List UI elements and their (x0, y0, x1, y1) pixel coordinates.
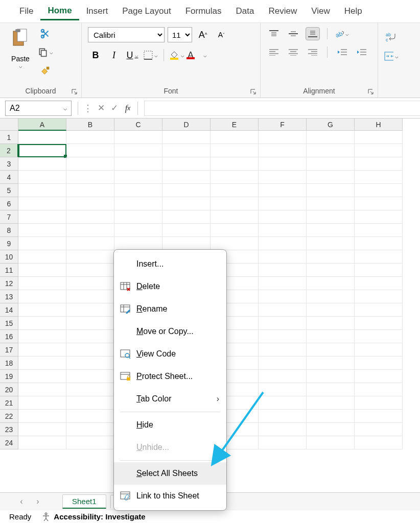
formula-input[interactable] (144, 101, 420, 116)
italic-button[interactable]: I (106, 47, 122, 63)
menu-insert[interactable]: Insert (79, 3, 115, 19)
cell-H6[interactable] (355, 197, 403, 210)
menu-formulas[interactable]: Formulas (178, 3, 229, 19)
cell-H21[interactable] (355, 396, 403, 410)
cell-H3[interactable] (355, 157, 403, 171)
merge-center-button[interactable] (384, 50, 399, 63)
align-center-button[interactable] (286, 45, 300, 59)
menu-page-layout[interactable]: Page Layout (115, 3, 178, 19)
cell-G2[interactable] (307, 144, 355, 157)
cell-G20[interactable] (307, 383, 355, 396)
cell-G10[interactable] (307, 250, 355, 264)
cell-H4[interactable] (355, 171, 403, 184)
format-painter-button[interactable] (38, 64, 53, 77)
name-box[interactable]: A2 ⌵ (5, 101, 72, 116)
borders-button[interactable] (143, 47, 158, 63)
cell-G6[interactable] (307, 197, 355, 210)
cell-D6[interactable] (162, 197, 211, 210)
row-header-20[interactable]: 20 (0, 383, 18, 396)
status-accessibility[interactable]: Accessibility: Investigate (41, 512, 145, 521)
row-header-9[interactable]: 9 (0, 237, 18, 250)
cell-A2[interactable] (18, 144, 66, 157)
ctx-delete[interactable]: Delete (114, 275, 226, 298)
cell-F2[interactable] (259, 144, 307, 157)
cell-G15[interactable] (307, 317, 355, 330)
col-header-E[interactable]: E (211, 118, 259, 131)
cell-B23[interactable] (66, 423, 114, 436)
cell-A20[interactable] (18, 383, 66, 396)
cell-H18[interactable] (355, 356, 403, 370)
cell-A16[interactable] (18, 330, 66, 343)
cell-F22[interactable] (259, 410, 307, 423)
cell-F19[interactable] (259, 370, 307, 383)
menu-file[interactable]: File (12, 3, 40, 19)
cell-G4[interactable] (307, 171, 355, 184)
cell-A4[interactable] (18, 171, 66, 184)
cell-H23[interactable] (355, 423, 403, 436)
cell-B14[interactable] (66, 303, 114, 317)
ctx-rename[interactable]: Rename (114, 298, 226, 320)
cell-A13[interactable] (18, 290, 66, 303)
cell-H22[interactable] (355, 410, 403, 423)
row-header-10[interactable]: 10 (0, 250, 18, 264)
cell-A9[interactable] (18, 237, 66, 250)
cell-H10[interactable] (355, 250, 403, 264)
cell-A6[interactable] (18, 197, 66, 210)
cell-H16[interactable] (355, 330, 403, 343)
cell-G3[interactable] (307, 157, 355, 171)
cell-H8[interactable] (355, 224, 403, 237)
ctx-link-to-sheet[interactable]: Link to this Sheet (114, 485, 226, 507)
row-header-12[interactable]: 12 (0, 277, 18, 290)
ctx-insert[interactable]: Insert... (114, 253, 226, 275)
font-name-select[interactable]: Calibri (88, 27, 165, 42)
cell-F20[interactable] (259, 383, 307, 396)
cell-G23[interactable] (307, 423, 355, 436)
cell-B13[interactable] (66, 290, 114, 303)
col-header-H[interactable]: H (355, 118, 403, 131)
font-color-button[interactable]: A (188, 47, 207, 63)
cell-F9[interactable] (259, 237, 307, 250)
cell-F5[interactable] (259, 184, 307, 197)
col-header-G[interactable]: G (307, 118, 355, 131)
cell-G11[interactable] (307, 264, 355, 277)
row-header-7[interactable]: 7 (0, 210, 18, 224)
row-header-3[interactable]: 3 (0, 157, 18, 171)
cell-D1[interactable] (162, 131, 211, 144)
ctx-view-code[interactable]: View Code (114, 343, 226, 365)
cell-D3[interactable] (162, 157, 211, 171)
cell-C4[interactable] (114, 171, 162, 184)
cell-G21[interactable] (307, 396, 355, 410)
cell-F18[interactable] (259, 356, 307, 370)
menu-view[interactable]: View (304, 3, 337, 19)
cell-B1[interactable] (66, 131, 114, 144)
cell-B19[interactable] (66, 370, 114, 383)
ctx-move-copy[interactable]: Move or Copy... (114, 320, 226, 343)
cell-B8[interactable] (66, 224, 114, 237)
row-header-6[interactable]: 6 (0, 197, 18, 210)
cell-A5[interactable] (18, 184, 66, 197)
cell-A7[interactable] (18, 210, 66, 224)
cell-B10[interactable] (66, 250, 114, 264)
row-header-14[interactable]: 14 (0, 303, 18, 317)
row-header-23[interactable]: 23 (0, 423, 18, 436)
cell-F24[interactable] (259, 436, 307, 449)
ctx-hide[interactable]: Hide (114, 414, 226, 436)
cell-G24[interactable] (307, 436, 355, 449)
cell-H7[interactable] (355, 210, 403, 224)
cell-B22[interactable] (66, 410, 114, 423)
fill-color-button[interactable] (169, 47, 184, 63)
sheet-tab-1[interactable]: Sheet1 (62, 494, 106, 509)
cell-F17[interactable] (259, 343, 307, 356)
menu-review[interactable]: Review (261, 3, 304, 19)
dialog-launcher-icon[interactable] (71, 88, 78, 96)
decrease-indent-button[interactable] (335, 45, 349, 59)
cell-H19[interactable] (355, 370, 403, 383)
cell-F16[interactable] (259, 330, 307, 343)
cell-F6[interactable] (259, 197, 307, 210)
menu-home[interactable]: Home (40, 3, 79, 20)
select-all-cells[interactable] (0, 118, 18, 131)
decrease-font-button[interactable]: Aˇ (214, 27, 229, 42)
cell-H11[interactable] (355, 264, 403, 277)
cell-G8[interactable] (307, 224, 355, 237)
cell-H20[interactable] (355, 383, 403, 396)
